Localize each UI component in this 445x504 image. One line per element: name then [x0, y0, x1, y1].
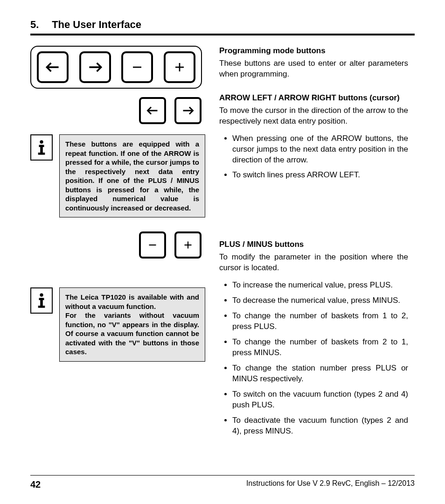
- note-repeat-function: These buttons are equipped with a repeat…: [59, 134, 205, 217]
- page-number: 42: [30, 479, 41, 490]
- list-item: To deactivate the vacuum function (types…: [232, 415, 408, 437]
- text-programming-mode: These buttons are used to enter or alter…: [219, 58, 408, 80]
- arrow-left-icon: [37, 51, 69, 83]
- list-item: To increase the numerical value, press P…: [232, 280, 408, 291]
- plus-minus-bullets: To increase the numerical value, press P…: [219, 280, 408, 436]
- section-number: 5.: [30, 19, 49, 31]
- svg-rect-10: [38, 153, 45, 155]
- heading-programming-mode: Programming mode buttons: [219, 46, 408, 56]
- svg-rect-16: [40, 298, 43, 306]
- text-plus-minus: To modify the parameter in the position …: [219, 252, 408, 273]
- minus-icon: [139, 231, 166, 259]
- text-arrow-buttons: To move the cursor in the direction of t…: [219, 105, 408, 127]
- list-item: To change the number of baskets from 1 t…: [232, 311, 408, 332]
- button-panel: [30, 46, 202, 89]
- svg-point-7: [40, 140, 43, 143]
- arrow-button-pair: [30, 97, 202, 124]
- note-vacuum-rest: For the variants without vacuum function…: [65, 311, 199, 356]
- info-icon: [30, 134, 53, 161]
- svg-rect-17: [38, 306, 45, 308]
- arrow-left-icon: [139, 97, 166, 124]
- footer-text: Instructions for Use V 2.9 RevC, English…: [246, 479, 415, 490]
- svg-rect-9: [40, 145, 43, 153]
- list-item: To change the station number press PLUS …: [232, 363, 408, 385]
- list-item: When pressing one of the ARROW buttons, …: [232, 133, 408, 166]
- arrow-right-icon: [79, 51, 111, 83]
- heading-arrow-buttons: ARROW LEFT / ARROW RIGHT buttons (cursor…: [219, 93, 408, 104]
- page-footer: 42 Instructions for Use V 2.9 RevC, Engl…: [30, 475, 415, 490]
- info-icon: [30, 287, 53, 314]
- plus-icon: [164, 51, 195, 83]
- list-item: To change the number of baskets from 2 t…: [232, 337, 408, 358]
- section-title: The User Interface: [52, 19, 141, 30]
- note-vacuum: The Leica TP1020 is available with and w…: [59, 287, 205, 362]
- list-item: To decrease the numerical value, press M…: [232, 295, 408, 306]
- arrow-bullets: When pressing one of the ARROW buttons, …: [219, 133, 408, 181]
- minus-icon: [121, 51, 153, 83]
- list-item: To switch lines press ARROW LEFT.: [232, 170, 408, 181]
- note-vacuum-bold: The Leica TP1020 is available with and w…: [65, 293, 199, 310]
- plus-icon: [174, 231, 202, 259]
- arrow-right-icon: [174, 97, 202, 124]
- heading-plus-minus: PLUS / MINUS buttons: [219, 239, 408, 250]
- section-header: 5. The User Interface: [30, 19, 415, 35]
- plus-minus-button-pair: [30, 231, 202, 259]
- list-item: To switch on the vacuum function (types …: [232, 389, 408, 411]
- svg-point-14: [40, 293, 43, 296]
